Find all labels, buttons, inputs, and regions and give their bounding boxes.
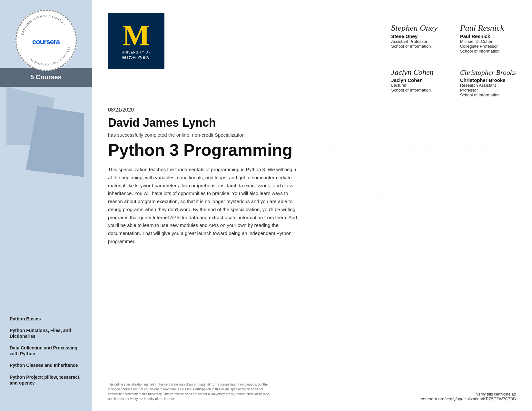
- course-item-1: Python Basics: [10, 316, 85, 322]
- signatory-1: Stephen Oney Steve Oney Assistant Profes…: [391, 13, 447, 54]
- verify-url: coursera.org/verify/specialization/KPZ5E…: [421, 396, 516, 401]
- signatory-2-title2: Collegiate Professor: [460, 44, 516, 49]
- signature-2-image: Paul Resnick: [460, 13, 516, 32]
- umich-m-letter: M: [123, 21, 150, 50]
- course-item-5: Python Project: pillow, tesseract, and o…: [10, 374, 85, 386]
- signatory-3: Jaclyn Cohen Jaclyn Cohen Lecturer Schoo…: [391, 57, 447, 97]
- recipient-name: David James Lynch: [108, 116, 516, 130]
- certificate-header: M UNIVERSITY OF MICHIGAN Stephen Oney St…: [108, 13, 516, 97]
- course-description: This specialization teaches the fundamen…: [108, 166, 298, 246]
- certificate-footer: The online specialization named in this …: [108, 382, 516, 401]
- signatory-4-name: Christopher Brooks: [460, 77, 516, 83]
- signature-3-image: Jaclyn Cohen: [391, 57, 447, 76]
- signatory-4: Christopher Brooks Christopher Brooks Re…: [460, 57, 516, 97]
- course-list: Python Basics Python Functions, Files, a…: [0, 316, 92, 392]
- coursera-logo-circle: · LEARNING WITHOUT LIMITS · · SPECIALIZA…: [15, 10, 77, 71]
- certificate-main: M UNIVERSITY OF MICHIGAN Stephen Oney St…: [92, 0, 532, 411]
- university-logo: M UNIVERSITY OF MICHIGAN: [108, 13, 164, 69]
- signatory-2-dept: School of Information: [460, 49, 516, 54]
- signatory-3-dept: School of Information: [391, 88, 447, 93]
- signatory-3-name: Jaclyn Cohen: [391, 77, 447, 83]
- course-item-3: Data Collection and Processing with Pyth…: [10, 345, 85, 357]
- signatory-2-title: Michael D. Cohen: [460, 39, 516, 44]
- svg-text:· LEARNING WITHOUT LIMITS ·: · LEARNING WITHOUT LIMITS ·: [20, 14, 66, 40]
- signatory-2-name: Paul Resnick: [460, 34, 516, 39]
- verify-label: Verify this certificate at:: [421, 392, 516, 396]
- signature-1-image: Stephen Oney: [391, 13, 447, 32]
- verify-section: Verify this certificate at: coursera.org…: [421, 392, 516, 401]
- course-title: Python 3 Programming: [108, 141, 516, 159]
- completion-statement: has successfully completed the online, n…: [108, 132, 516, 138]
- course-item-2: Python Functions, Files, and Dictionarie…: [10, 328, 85, 339]
- signature-4-image: Christopher Brooks: [460, 57, 516, 76]
- disclaimer-text: The online specialization named in this …: [108, 382, 276, 401]
- signatories-grid: Stephen Oney Steve Oney Assistant Profes…: [391, 13, 516, 97]
- signatory-3-title: Lecturer: [391, 83, 447, 88]
- signatory-1-dept: School of Information: [391, 44, 447, 49]
- svg-text:· SPECIALIZATION CERTIFICATE ·: · SPECIALIZATION CERTIFICATE ·: [26, 44, 72, 66]
- signatory-4-title2: Professor: [460, 88, 516, 93]
- signatory-1-title: Assistant Professor: [391, 39, 447, 44]
- sidebar: · LEARNING WITHOUT LIMITS · · SPECIALIZA…: [0, 0, 92, 411]
- university-name: UNIVERSITY OF MICHIGAN: [122, 50, 151, 61]
- signatory-1-name: Steve Oney: [391, 34, 447, 39]
- signatory-4-title: Research Assistant: [460, 83, 516, 88]
- signatory-2: Paul Resnick Paul Resnick Michael D. Coh…: [460, 13, 516, 54]
- signatory-4-dept: School of Information: [460, 93, 516, 97]
- course-item-4: Python Classes and Inheritance: [10, 362, 85, 368]
- certificate-date: 08/21/2020: [108, 107, 516, 113]
